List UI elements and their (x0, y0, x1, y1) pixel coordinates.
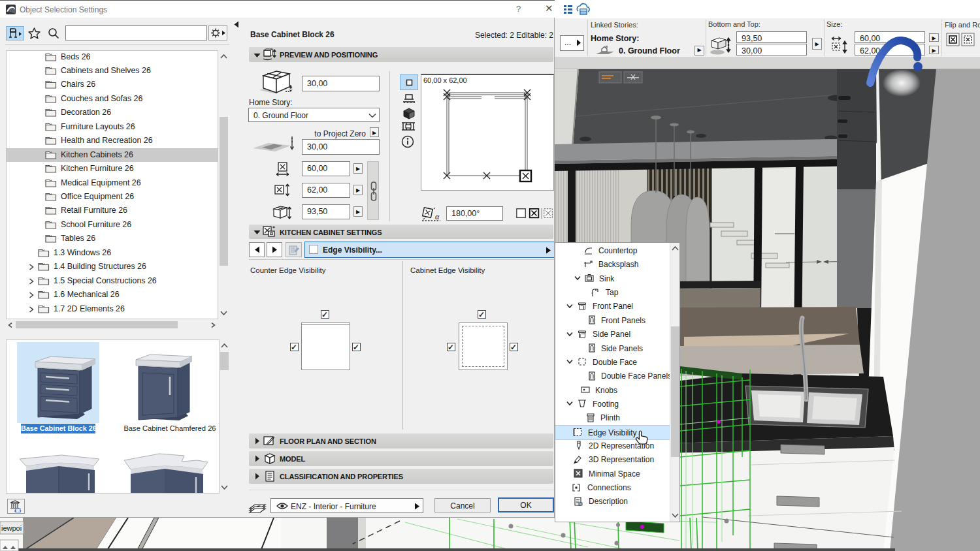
svg-text:iewpoi: iewpoi (1, 524, 22, 532)
svg-text:α: α (435, 212, 440, 221)
